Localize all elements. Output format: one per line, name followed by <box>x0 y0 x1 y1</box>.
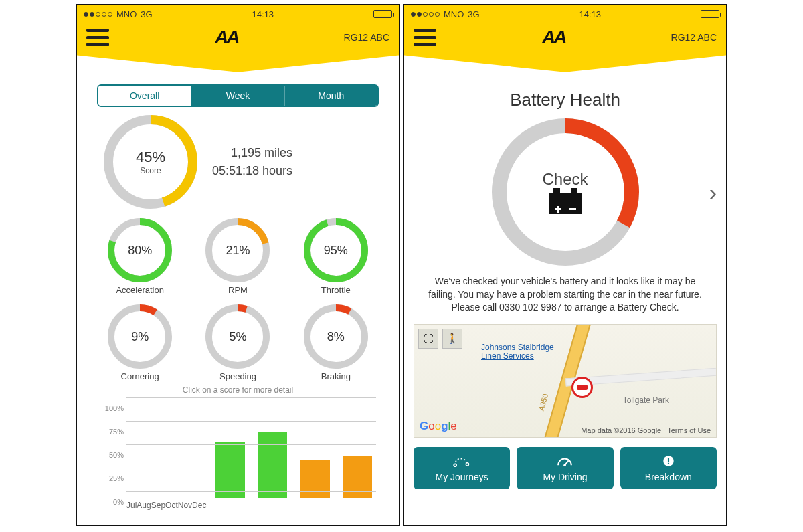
phone-screen-driving: MNO 3G 14:13 AA RG12 ABC Overall Week Mo… <box>76 4 400 526</box>
chart-bars <box>126 397 376 498</box>
svg-point-20 <box>564 464 567 466</box>
status-bar: MNO 3G 14:13 <box>77 5 399 23</box>
metric-label: Braking <box>321 371 351 381</box>
tab-overall[interactable]: Overall <box>98 86 191 106</box>
svg-point-17 <box>454 464 456 466</box>
page-title: Battery Health <box>404 90 726 110</box>
chart-plot <box>126 397 376 498</box>
metric-acceleration[interactable]: 80% Acceleration <box>101 218 179 295</box>
hours-label: 05:51:18 hours <box>212 162 292 180</box>
status-bar: MNO 3G 14:13 <box>404 5 726 23</box>
menu-icon[interactable] <box>414 29 436 46</box>
xlabel-oct: Oct <box>165 501 178 510</box>
period-tabs: Overall Week Month <box>97 84 379 107</box>
tab-month[interactable]: Month <box>284 86 377 106</box>
app-header: AA RG12 ABC <box>77 23 399 54</box>
nav-label: Breakdown <box>645 472 692 482</box>
aa-logo: AA <box>215 27 238 48</box>
clock-label: 14:13 <box>252 9 274 19</box>
battery-message: We've checked your vehicle's battery and… <box>420 275 710 315</box>
map-place-label: Johnsons StalbridgeLinen Services <box>481 343 554 361</box>
miles-label: 1,195 miles <box>212 144 292 162</box>
battery-icon <box>701 10 719 18</box>
chart-hint: Click on a score for more detail <box>77 385 399 395</box>
app-header: AA RG12 ABC <box>404 23 726 54</box>
aa-logo: AA <box>542 27 565 48</box>
tab-week[interactable]: Week <box>191 86 284 106</box>
signal-icon <box>411 12 440 17</box>
carrier-label: MNO <box>116 9 137 19</box>
battery-icon <box>373 10 392 18</box>
metric-label: Cornering <box>121 371 159 381</box>
plate-label: RG12 ABC <box>671 32 717 43</box>
network-label: 3G <box>468 9 479 19</box>
metric-throttle[interactable]: 95% Throttle <box>297 218 375 295</box>
map-fullscreen-icon[interactable]: ⛶ <box>418 329 438 349</box>
journeys-icon <box>452 454 471 468</box>
chart-y-axis: 0%25%50%75%100% <box>100 397 126 498</box>
svg-rect-23 <box>668 463 669 464</box>
metric-braking[interactable]: 8% Braking <box>297 304 375 381</box>
svg-rect-22 <box>668 458 669 462</box>
vehicle-location-map[interactable]: A350 Johnsons StalbridgeLinen Services T… <box>414 324 717 438</box>
xlabel-jul: Jul <box>126 501 137 510</box>
metric-label: Throttle <box>321 285 351 295</box>
signal-icon <box>84 12 112 17</box>
xlabel-sep: Sep <box>151 501 165 510</box>
xlabel-aug: Aug <box>137 501 151 510</box>
nav-my-driving[interactable]: My Driving <box>517 447 613 489</box>
chevron-right-icon[interactable]: › <box>709 179 717 205</box>
clock-label: 14:13 <box>579 9 602 19</box>
map-credit: Map data ©2016 Google Terms of Use <box>581 426 711 434</box>
nav-label: My Driving <box>543 472 587 482</box>
xlabel-nov: Nov <box>178 501 192 510</box>
chart-x-axis: JulAugSepOctNovDec <box>126 501 376 510</box>
map-area-label: Tollgate Park <box>623 395 669 405</box>
bottom-nav: My Journeys My Driving Breakdown <box>414 447 717 489</box>
nav-my-journeys[interactable]: My Journeys <box>414 447 510 489</box>
network-label: 3G <box>141 9 152 19</box>
phone-screen-battery: MNO 3G 14:13 AA RG12 ABC Battery Health … <box>403 4 727 526</box>
bar-sep[interactable] <box>215 442 245 498</box>
gauge-icon <box>555 454 574 468</box>
bar-oct[interactable] <box>258 432 287 498</box>
carrier-label: MNO <box>444 9 464 19</box>
map-vehicle-pin-icon[interactable] <box>571 377 593 398</box>
metric-speeding[interactable]: 5% Speeding <box>199 304 276 381</box>
score-ring[interactable]: 45%Score <box>104 115 197 209</box>
map-streetview-icon[interactable]: 🚶 <box>442 329 462 349</box>
metric-label: RPM <box>228 285 248 295</box>
metric-label: Acceleration <box>116 285 164 295</box>
menu-icon[interactable] <box>86 29 109 46</box>
score-history-chart[interactable]: 0%25%50%75%100% <box>100 397 376 498</box>
metric-label: Speeding <box>219 371 256 381</box>
metric-grid: 80% Acceleration 21% RPM 95% Throttle 9%… <box>101 218 375 381</box>
google-logo: Google <box>420 420 457 433</box>
bar-nov[interactable] <box>300 460 330 498</box>
battery-health-ring[interactable]: Check <box>492 118 639 266</box>
map-road-label: A350 <box>537 393 550 412</box>
svg-point-18 <box>466 463 468 466</box>
metric-rpm[interactable]: 21% RPM <box>199 218 276 295</box>
nav-label: My Journeys <box>435 472 488 482</box>
metric-cornering[interactable]: 9% Cornering <box>101 304 179 381</box>
nav-breakdown[interactable]: Breakdown <box>620 447 717 489</box>
plate-label: RG12 ABC <box>344 32 389 43</box>
alert-icon <box>659 454 678 468</box>
xlabel-dec: Dec <box>192 501 206 510</box>
totals-block: 1,195 miles 05:51:18 hours <box>212 144 292 180</box>
